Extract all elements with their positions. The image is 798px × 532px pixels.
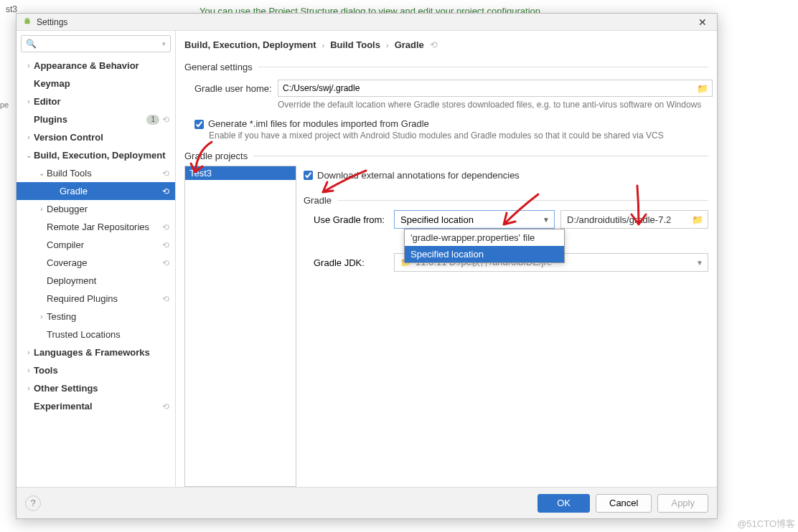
download-annotations-checkbox[interactable] [304,171,313,180]
tree-item-label: Debugger [47,204,169,214]
breadcrumb-2[interactable]: Build Tools [330,39,380,50]
rollback-icon[interactable]: ⟲ [162,186,169,196]
generate-iml-checkbox[interactable] [194,120,204,129]
tree-item-deployment[interactable]: Deployment [17,272,175,290]
android-icon [22,17,32,27]
tree-item-debugger[interactable]: ›Debugger [17,200,175,218]
tree-item-label: Experimental [34,401,159,412]
help-button[interactable]: ? [25,495,41,511]
expand-arrow-icon[interactable]: ⌄ [37,169,47,177]
settings-main: Build, Execution, Deployment › Build Too… [176,31,717,487]
tree-item-required-plugins[interactable]: Required Plugins⟲ [17,290,175,308]
section-gradle: Gradle [304,195,708,206]
svg-point-1 [28,19,29,19]
search-dropdown-icon[interactable]: ▾ [162,40,166,47]
settings-sidebar: 🔍 ▾ ›Appearance & BehaviorKeymap›EditorP… [17,31,176,487]
use-gradle-from-combo[interactable]: Specified location ▼ [394,210,555,229]
folder-icon[interactable]: 📁 [692,214,703,225]
gradle-path-field[interactable]: D:/androidutils/gradle-7.2 📁 [560,210,708,229]
gradle-projects-list[interactable]: Test3 [184,166,296,487]
tree-item-compiler[interactable]: Compiler⟲ [17,236,175,254]
dialog-footer: ? OK Cancel Apply [17,487,717,518]
tree-item-build-tools[interactable]: ⌄Build Tools⟲ [17,164,175,182]
tree-item-label: Appearance & Behavior [34,60,169,71]
caret-down-icon: ▼ [696,259,703,267]
watermark: @51CTO博客 [737,518,795,531]
search-box[interactable]: 🔍 ▾ [21,35,171,52]
tree-item-label: Testing [47,311,169,322]
caret-down-icon: ▼ [543,216,550,224]
search-input[interactable] [39,39,162,49]
rollback-icon[interactable]: ⟲ [162,222,169,232]
expand-arrow-icon[interactable]: › [24,366,34,374]
tree-item-label: Build Tools [47,168,159,179]
tree-item-label: Keymap [34,78,169,89]
tree-item-other-settings[interactable]: ›Other Settings [17,379,175,397]
expand-arrow-icon[interactable]: › [24,62,34,70]
tree-item-editor[interactable]: ›Editor [17,92,175,110]
expand-arrow-icon[interactable]: › [24,348,34,356]
tree-item-label: Deployment [47,275,169,286]
breadcrumb-1[interactable]: Build, Execution, Deployment [184,39,316,50]
tree-item-coverage[interactable]: Coverage⟲ [17,254,175,272]
chevron-right-icon: › [386,41,389,49]
tree-item-label: Coverage [47,257,159,268]
tree-item-gradle[interactable]: Gradle⟲ [17,182,175,200]
rollback-icon[interactable]: ⟲ [162,258,169,268]
tree-item-trusted-locations[interactable]: Trusted Locations [17,326,175,343]
rollback-icon[interactable]: ⟲ [162,402,169,412]
rollback-icon[interactable]: ⟲ [162,240,169,250]
cancel-button[interactable]: Cancel [596,494,652,513]
rollback-icon[interactable]: ⟲ [162,168,169,179]
project-item[interactable]: Test3 [185,166,296,180]
expand-arrow-icon[interactable]: › [37,313,47,320]
tree-item-label: Required Plugins [47,293,159,304]
rollback-icon[interactable]: ⟲ [430,39,438,50]
dropdown-option[interactable]: 'gradle-wrapper.properties' file [405,229,564,246]
tree-item-label: Plugins [34,114,146,125]
section-gradle-projects: Gradle projects [184,151,708,161]
expand-arrow-icon[interactable]: ⌄ [24,151,34,159]
svg-point-0 [26,19,27,19]
gradle-user-home-input[interactable] [278,80,713,97]
tree-item-build-execution-deployment[interactable]: ⌄Build, Execution, Deployment [17,146,175,164]
download-annotations-label: Download external annotations for depend… [317,170,520,181]
rollback-icon[interactable]: ⟲ [162,294,169,304]
use-gradle-dropdown[interactable]: 'gradle-wrapper.properties' file Specifi… [404,229,565,263]
tree-item-label: Trusted Locations [47,329,169,340]
dropdown-option[interactable]: Specified location [405,246,564,262]
rollback-icon[interactable]: ⟲ [162,115,169,125]
section-general: General settings [184,62,708,72]
chevron-right-icon: › [321,41,324,49]
tree-item-languages-frameworks[interactable]: ›Languages & Frameworks [17,343,175,361]
tree-item-label: Gradle [60,186,159,196]
tree-item-keymap[interactable]: Keymap [17,75,175,92]
close-button[interactable]: ✕ [694,16,711,28]
breadcrumb-3[interactable]: Gradle [395,39,424,50]
gradle-user-home-hint: Override the default location where Grad… [278,100,708,110]
tree-item-plugins[interactable]: Plugins1⟲ [17,110,175,128]
folder-icon[interactable]: 📁 [697,83,708,94]
use-gradle-from-label: Use Gradle from: [314,214,388,225]
search-icon: 🔍 [26,39,37,49]
tree-item-experimental[interactable]: Experimental⟲ [17,397,175,415]
tree-item-label: Languages & Frameworks [34,347,169,358]
expand-arrow-icon[interactable]: › [24,133,34,141]
settings-tree[interactable]: ›Appearance & BehaviorKeymap›EditorPlugi… [17,57,175,487]
gradle-user-home-label: Gradle user home: [194,83,278,94]
tree-item-testing[interactable]: ›Testing [17,308,175,326]
tree-item-tools[interactable]: ›Tools [17,361,175,379]
expand-arrow-icon[interactable]: › [37,205,47,213]
tree-item-appearance-behavior[interactable]: ›Appearance & Behavior [17,57,175,75]
ok-button[interactable]: OK [538,494,590,513]
dialog-titlebar: Settings ✕ [17,14,717,31]
tree-item-label: Other Settings [34,383,169,394]
expand-arrow-icon[interactable]: › [24,384,34,392]
tree-item-remote-jar-repositories[interactable]: Remote Jar Repositories⟲ [17,218,175,236]
tree-item-label: Build, Execution, Deployment [34,150,169,161]
tree-item-label: Compiler [47,239,159,250]
expand-arrow-icon[interactable]: › [24,98,34,105]
tree-item-label: Tools [34,365,169,376]
tree-item-version-control[interactable]: ›Version Control [17,128,175,146]
apply-button[interactable]: Apply [657,494,708,513]
